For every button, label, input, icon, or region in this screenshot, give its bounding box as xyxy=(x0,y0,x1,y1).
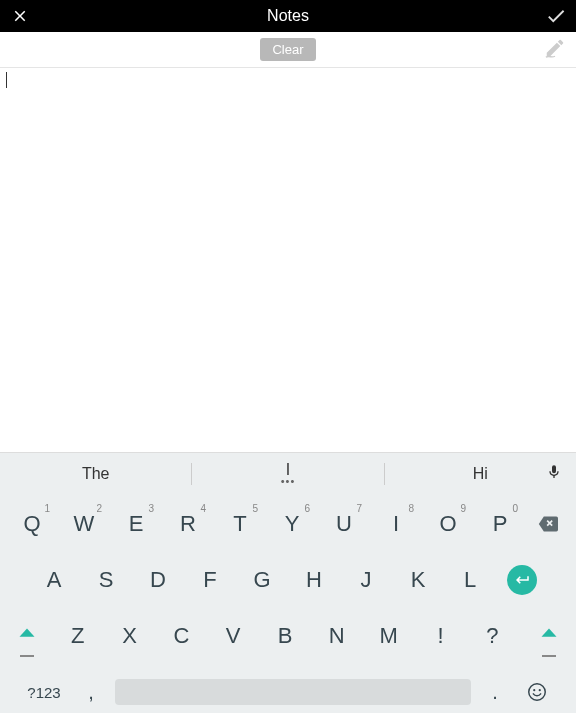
key-w[interactable]: W2 xyxy=(58,501,110,547)
key-e[interactable]: E3 xyxy=(110,501,162,547)
keyboard: The I ••• Hi Q1 W2 E3 R4 T5 Y6 U7 I8 O9 … xyxy=(0,452,576,713)
suggestion-more-icon: ••• xyxy=(281,476,296,487)
close-icon[interactable] xyxy=(8,4,32,28)
key-x[interactable]: X xyxy=(104,613,156,659)
page-title: Notes xyxy=(267,7,309,25)
key-row-3: Z X C V B N M ! ? xyxy=(2,613,574,659)
mode-switch-key[interactable]: ?123 xyxy=(15,669,73,713)
key-z[interactable]: Z xyxy=(52,613,104,659)
key-row-2: A S D F G H J K L xyxy=(2,557,574,603)
suggestion-left[interactable]: The xyxy=(0,465,191,483)
key-question[interactable]: ? xyxy=(466,613,518,659)
key-o[interactable]: O9 xyxy=(422,501,474,547)
shift-key-left[interactable] xyxy=(2,613,52,659)
note-textarea[interactable] xyxy=(0,68,576,452)
svg-point-2 xyxy=(539,689,541,691)
spacebar-key[interactable] xyxy=(115,679,471,705)
clear-button[interactable]: Clear xyxy=(260,38,315,61)
key-q[interactable]: Q1 xyxy=(6,501,58,547)
key-d[interactable]: D xyxy=(132,557,184,603)
key-r[interactable]: R4 xyxy=(162,501,214,547)
microphone-icon[interactable] xyxy=(546,462,562,486)
enter-key[interactable] xyxy=(496,557,548,603)
emoji-key[interactable] xyxy=(513,669,561,713)
key-k[interactable]: K xyxy=(392,557,444,603)
key-m[interactable]: M xyxy=(363,613,415,659)
key-g[interactable]: G xyxy=(236,557,288,603)
key-h[interactable]: H xyxy=(288,557,340,603)
confirm-icon[interactable] xyxy=(544,4,568,28)
key-row-1: Q1 W2 E3 R4 T5 Y6 U7 I8 O9 P0 xyxy=(2,501,574,547)
key-l[interactable]: L xyxy=(444,557,496,603)
key-exclaim[interactable]: ! xyxy=(415,613,467,659)
key-s[interactable]: S xyxy=(80,557,132,603)
key-f[interactable]: F xyxy=(184,557,236,603)
handwriting-icon[interactable] xyxy=(544,37,566,63)
key-y[interactable]: Y6 xyxy=(266,501,318,547)
svg-point-0 xyxy=(529,684,546,701)
text-cursor xyxy=(6,72,7,88)
key-c[interactable]: C xyxy=(155,613,207,659)
key-n[interactable]: N xyxy=(311,613,363,659)
suggestion-bar: The I ••• Hi xyxy=(0,453,576,495)
key-t[interactable]: T5 xyxy=(214,501,266,547)
shift-key-right[interactable] xyxy=(524,613,574,659)
svg-point-1 xyxy=(533,689,535,691)
header: Notes xyxy=(0,0,576,32)
toolbar: Clear xyxy=(0,32,576,68)
key-b[interactable]: B xyxy=(259,613,311,659)
comma-key[interactable]: , xyxy=(73,669,109,713)
key-p[interactable]: P0 xyxy=(474,501,526,547)
key-i[interactable]: I8 xyxy=(370,501,422,547)
suggestion-middle[interactable]: I ••• xyxy=(192,461,383,487)
key-row-bottom: ?123 , . xyxy=(2,669,574,713)
key-v[interactable]: V xyxy=(207,613,259,659)
period-key[interactable]: . xyxy=(477,669,513,713)
key-j[interactable]: J xyxy=(340,557,392,603)
backspace-key[interactable] xyxy=(526,501,570,547)
key-a[interactable]: A xyxy=(28,557,80,603)
key-u[interactable]: U7 xyxy=(318,501,370,547)
